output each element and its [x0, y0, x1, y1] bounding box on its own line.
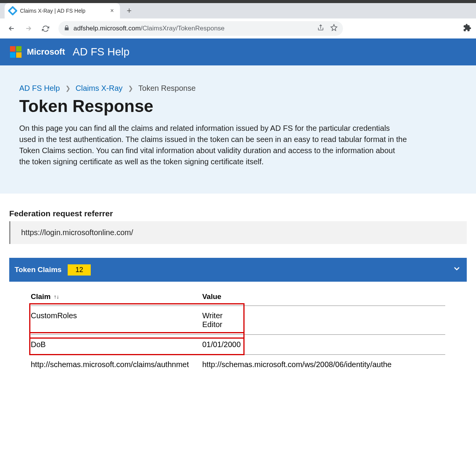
table-row: DoB 01/01/2000 — [31, 334, 445, 354]
referrer-value: https://login.microsoftonline.com/ — [9, 221, 467, 244]
brand-text: Microsoft — [27, 47, 65, 57]
site-header: Microsoft AD FS Help — [0, 38, 476, 65]
forward-button[interactable] — [22, 22, 35, 35]
claim-name: CustomRoles — [31, 311, 202, 329]
page-title: Token Response — [19, 97, 457, 116]
chevron-right-icon: ❯ — [65, 85, 70, 92]
claim-value: 01/01/2000 — [202, 340, 445, 349]
bookmark-star-icon[interactable] — [330, 24, 338, 33]
chevron-right-icon: ❯ — [128, 85, 133, 92]
claim-value: http://schemas.microsoft.com/ws/2008/06/… — [202, 360, 445, 369]
breadcrumb-claims-xray[interactable]: Claims X-Ray — [76, 84, 123, 93]
claims-count-badge: 12 — [68, 264, 91, 276]
microsoft-logo-icon — [10, 46, 22, 58]
url-text: adfshelp.microsoft.com/ClaimsXray/TokenR… — [73, 25, 313, 32]
reload-button[interactable] — [38, 22, 52, 35]
hero-section: AD FS Help ❯ Claims X-Ray ❯ Token Respon… — [0, 65, 476, 194]
share-icon[interactable] — [317, 24, 324, 33]
back-button[interactable] — [5, 22, 18, 35]
tab-strip: Claims X-Ray | AD FS Help × + — [0, 0, 476, 18]
tab-title: Claims X-Ray | AD FS Help — [20, 8, 105, 14]
claim-name: http://schemas.microsoft.com/claims/auth… — [31, 360, 202, 369]
claim-name: DoB — [31, 340, 202, 349]
address-bar[interactable]: adfshelp.microsoft.com/ClaimsXray/TokenR… — [58, 21, 343, 36]
breadcrumb: AD FS Help ❯ Claims X-Ray ❯ Token Respon… — [19, 84, 457, 93]
main-content: Federation request referrer https://logi… — [0, 194, 476, 374]
token-claims-panel-header[interactable]: Token Claims 12 — [9, 258, 467, 282]
breadcrumb-adfs-help[interactable]: AD FS Help — [19, 84, 60, 93]
token-claims-title: Token Claims — [15, 266, 62, 274]
claims-table: Claim ↑↓ Value CustomRoles Writer Editor… — [9, 282, 467, 374]
lock-icon — [64, 25, 70, 32]
claim-value: Writer Editor — [202, 311, 445, 329]
page-description: On this page you can find all the claims… — [19, 123, 408, 167]
browser-toolbar: adfshelp.microsoft.com/ClaimsXray/TokenR… — [0, 18, 476, 38]
column-header-value[interactable]: Value — [202, 292, 445, 301]
referrer-label: Federation request referrer — [9, 209, 467, 218]
table-row: http://schemas.microsoft.com/claims/auth… — [31, 354, 445, 374]
extensions-icon[interactable] — [463, 23, 471, 34]
chevron-down-icon — [452, 264, 461, 276]
table-header-row: Claim ↑↓ Value — [31, 292, 445, 306]
app-name[interactable]: AD FS Help — [73, 46, 130, 58]
table-row: CustomRoles Writer Editor — [31, 306, 445, 334]
browser-chrome: Claims X-Ray | AD FS Help × + adfshelp.m… — [0, 0, 476, 38]
new-tab-button[interactable]: + — [123, 5, 135, 17]
browser-tab[interactable]: Claims X-Ray | AD FS Help × — [5, 3, 120, 18]
favicon-icon — [8, 6, 17, 15]
sort-icon: ↑↓ — [54, 294, 59, 300]
breadcrumb-current: Token Response — [138, 84, 196, 93]
close-tab-icon[interactable]: × — [109, 7, 115, 14]
column-header-claim[interactable]: Claim ↑↓ — [31, 292, 202, 301]
